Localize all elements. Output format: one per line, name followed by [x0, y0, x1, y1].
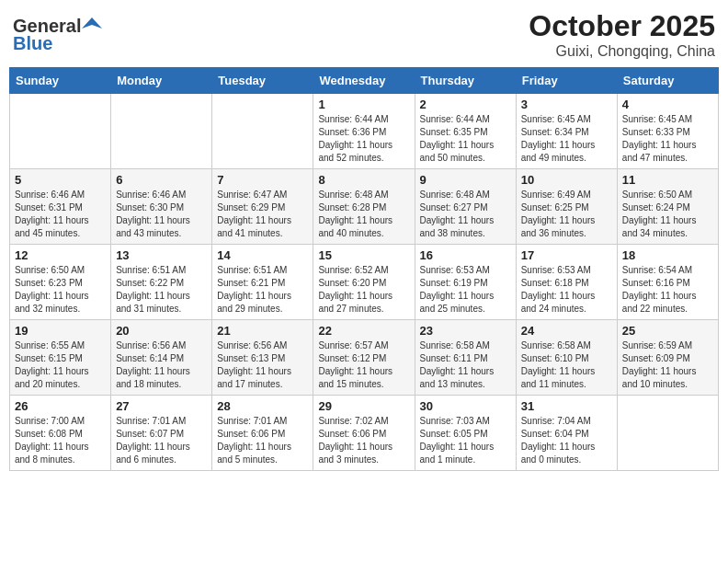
day-detail: Sunrise: 6:48 AMSunset: 6:27 PMDaylight:… [420, 189, 511, 240]
day-number: 20 [116, 324, 207, 338]
calendar-cell: 19Sunrise: 6:55 AMSunset: 6:15 PMDayligh… [10, 320, 111, 396]
logo-blue-text: Blue [13, 33, 52, 54]
day-detail: Sunrise: 6:44 AMSunset: 6:35 PMDaylight:… [420, 113, 511, 165]
day-detail: Sunrise: 6:46 AMSunset: 6:31 PMDaylight:… [15, 189, 106, 240]
weekday-header-thursday: Thursday [415, 68, 516, 94]
calendar-table: SundayMondayTuesdayWednesdayThursdayFrid… [9, 67, 719, 471]
day-detail: Sunrise: 7:04 AMSunset: 6:04 PMDaylight:… [521, 415, 612, 466]
calendar-cell: 1Sunrise: 6:44 AMSunset: 6:36 PMDaylight… [313, 94, 415, 169]
day-number: 12 [15, 248, 106, 262]
calendar-title: October 2025 [529, 9, 715, 43]
day-number: 7 [217, 173, 308, 187]
calendar-week-2: 5Sunrise: 6:46 AMSunset: 6:31 PMDaylight… [10, 169, 719, 245]
calendar-cell: 25Sunrise: 6:59 AMSunset: 6:09 PMDayligh… [617, 320, 718, 396]
day-number: 23 [420, 324, 511, 338]
calendar-cell: 16Sunrise: 6:53 AMSunset: 6:19 PMDayligh… [415, 245, 516, 320]
day-detail: Sunrise: 6:55 AMSunset: 6:15 PMDaylight:… [15, 339, 106, 391]
day-number: 24 [521, 324, 612, 338]
calendar-week-1: 1Sunrise: 6:44 AMSunset: 6:36 PMDaylight… [10, 94, 719, 169]
day-detail: Sunrise: 6:58 AMSunset: 6:10 PMDaylight:… [521, 339, 612, 391]
calendar-cell: 21Sunrise: 6:56 AMSunset: 6:13 PMDayligh… [212, 320, 313, 396]
calendar-cell: 5Sunrise: 6:46 AMSunset: 6:31 PMDaylight… [10, 169, 111, 245]
calendar-cell: 9Sunrise: 6:48 AMSunset: 6:27 PMDaylight… [415, 169, 516, 245]
day-detail: Sunrise: 6:47 AMSunset: 6:29 PMDaylight:… [217, 189, 308, 240]
weekday-header-monday: Monday [111, 68, 212, 94]
calendar-cell: 24Sunrise: 6:58 AMSunset: 6:10 PMDayligh… [516, 320, 617, 396]
calendar-cell [111, 94, 212, 169]
day-detail: Sunrise: 7:03 AMSunset: 6:05 PMDaylight:… [420, 415, 511, 466]
calendar-cell [617, 396, 718, 471]
calendar-cell: 20Sunrise: 6:56 AMSunset: 6:14 PMDayligh… [111, 320, 212, 396]
day-number: 3 [521, 98, 612, 111]
calendar-cell: 13Sunrise: 6:51 AMSunset: 6:22 PMDayligh… [111, 245, 212, 320]
day-detail: Sunrise: 6:54 AMSunset: 6:16 PMDaylight:… [622, 264, 713, 316]
day-number: 1 [318, 98, 409, 111]
day-detail: Sunrise: 6:56 AMSunset: 6:14 PMDaylight:… [116, 339, 207, 391]
calendar-week-3: 12Sunrise: 6:50 AMSunset: 6:23 PMDayligh… [10, 245, 719, 320]
calendar-cell: 12Sunrise: 6:50 AMSunset: 6:23 PMDayligh… [10, 245, 111, 320]
calendar-cell: 14Sunrise: 6:51 AMSunset: 6:21 PMDayligh… [212, 245, 313, 320]
day-number: 28 [217, 399, 308, 413]
day-number: 31 [521, 399, 612, 413]
day-detail: Sunrise: 6:46 AMSunset: 6:30 PMDaylight:… [116, 189, 207, 240]
day-detail: Sunrise: 6:45 AMSunset: 6:33 PMDaylight:… [622, 113, 713, 165]
day-detail: Sunrise: 6:50 AMSunset: 6:24 PMDaylight:… [622, 189, 713, 240]
day-number: 2 [420, 98, 511, 111]
calendar-cell: 18Sunrise: 6:54 AMSunset: 6:16 PMDayligh… [617, 245, 718, 320]
day-number: 13 [116, 248, 207, 262]
day-detail: Sunrise: 6:51 AMSunset: 6:21 PMDaylight:… [217, 264, 308, 316]
day-detail: Sunrise: 7:01 AMSunset: 6:06 PMDaylight:… [217, 415, 308, 466]
calendar-cell: 2Sunrise: 6:44 AMSunset: 6:35 PMDaylight… [415, 94, 516, 169]
calendar-header-row: SundayMondayTuesdayWednesdayThursdayFrid… [10, 68, 719, 94]
calendar-cell: 22Sunrise: 6:57 AMSunset: 6:12 PMDayligh… [313, 320, 415, 396]
calendar-cell: 4Sunrise: 6:45 AMSunset: 6:33 PMDaylight… [617, 94, 718, 169]
calendar-cell: 29Sunrise: 7:02 AMSunset: 6:06 PMDayligh… [313, 396, 415, 471]
day-number: 21 [217, 324, 308, 338]
day-detail: Sunrise: 6:53 AMSunset: 6:18 PMDaylight:… [521, 264, 612, 316]
page-header: General Blue October 2025 Guixi, Chongqi… [9, 9, 719, 60]
day-number: 8 [318, 173, 409, 187]
calendar-cell: 7Sunrise: 6:47 AMSunset: 6:29 PMDaylight… [212, 169, 313, 245]
day-number: 5 [15, 173, 106, 187]
day-number: 27 [116, 399, 207, 413]
day-number: 11 [622, 173, 713, 187]
day-number: 9 [420, 173, 511, 187]
day-number: 26 [15, 399, 106, 413]
day-number: 18 [622, 248, 713, 262]
calendar-cell: 23Sunrise: 6:58 AMSunset: 6:11 PMDayligh… [415, 320, 516, 396]
day-number: 15 [318, 248, 409, 262]
calendar-cell [212, 94, 313, 169]
day-detail: Sunrise: 6:51 AMSunset: 6:22 PMDaylight:… [116, 264, 207, 316]
calendar-cell: 31Sunrise: 7:04 AMSunset: 6:04 PMDayligh… [516, 396, 617, 471]
day-detail: Sunrise: 7:01 AMSunset: 6:07 PMDaylight:… [116, 415, 207, 466]
calendar-cell: 17Sunrise: 6:53 AMSunset: 6:18 PMDayligh… [516, 245, 617, 320]
weekday-header-saturday: Saturday [617, 68, 718, 94]
calendar-subtitle: Guixi, Chongqing, China [529, 43, 715, 60]
calendar-cell: 10Sunrise: 6:49 AMSunset: 6:25 PMDayligh… [516, 169, 617, 245]
calendar-week-4: 19Sunrise: 6:55 AMSunset: 6:15 PMDayligh… [10, 320, 719, 396]
day-number: 6 [116, 173, 207, 187]
day-number: 25 [622, 324, 713, 338]
weekday-header-sunday: Sunday [10, 68, 111, 94]
day-detail: Sunrise: 6:50 AMSunset: 6:23 PMDaylight:… [15, 264, 106, 316]
svg-marker-0 [82, 17, 102, 29]
day-detail: Sunrise: 6:59 AMSunset: 6:09 PMDaylight:… [622, 339, 713, 391]
day-detail: Sunrise: 6:56 AMSunset: 6:13 PMDaylight:… [217, 339, 308, 391]
calendar-cell: 30Sunrise: 7:03 AMSunset: 6:05 PMDayligh… [415, 396, 516, 471]
day-detail: Sunrise: 6:48 AMSunset: 6:28 PMDaylight:… [318, 189, 409, 240]
day-detail: Sunrise: 6:49 AMSunset: 6:25 PMDaylight:… [521, 189, 612, 240]
day-detail: Sunrise: 6:58 AMSunset: 6:11 PMDaylight:… [420, 339, 511, 391]
day-detail: Sunrise: 6:45 AMSunset: 6:34 PMDaylight:… [521, 113, 612, 165]
day-detail: Sunrise: 6:44 AMSunset: 6:36 PMDaylight:… [318, 113, 409, 165]
calendar-title-block: October 2025 Guixi, Chongqing, China [529, 9, 715, 60]
calendar-week-5: 26Sunrise: 7:00 AMSunset: 6:08 PMDayligh… [10, 396, 719, 471]
calendar-cell: 28Sunrise: 7:01 AMSunset: 6:06 PMDayligh… [212, 396, 313, 471]
day-number: 30 [420, 399, 511, 413]
weekday-header-wednesday: Wednesday [313, 68, 415, 94]
logo-bird-icon [82, 16, 102, 36]
calendar-cell [10, 94, 111, 169]
day-number: 19 [15, 324, 106, 338]
day-number: 29 [318, 399, 409, 413]
calendar-cell: 6Sunrise: 6:46 AMSunset: 6:30 PMDaylight… [111, 169, 212, 245]
day-detail: Sunrise: 6:53 AMSunset: 6:19 PMDaylight:… [420, 264, 511, 316]
